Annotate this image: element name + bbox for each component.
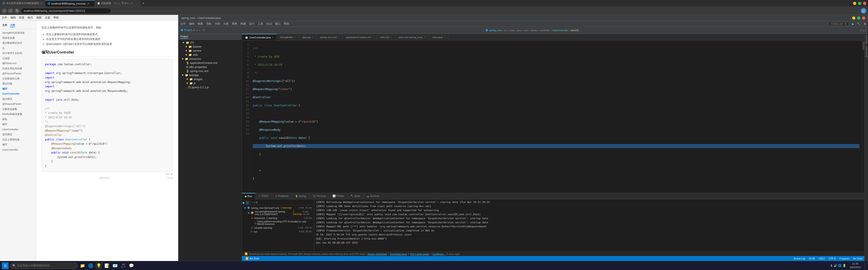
outline-item-13[interactable]: UserController [0,91,36,96]
tab-pom[interactable]: pom.xml (spring_mvc) × [395,34,429,41]
taskbar-icon-mail[interactable]: 📧 [112,262,119,269]
download-link-3[interactable]: Don't show again [410,252,429,255]
bc-taotao[interactable]: taotao [531,29,538,32]
tab-usercontroller[interactable]: ☕ UserController.java × [242,34,277,41]
tree-item-listener[interactable]: ▼ 📁 listener [179,45,242,49]
tab1-close[interactable]: × [272,36,274,39]
browser-profile[interactable]: U [861,8,866,13]
menu-help[interactable]: 帮助 [284,22,289,26]
tree-item-jquery[interactable]: JS jquery-3.1.1.js [179,85,242,90]
run-maven[interactable]: ▼ 📦 org.springframework.spring-mvc:1.0-S… [243,210,313,216]
bc-save18[interactable]: save18 [570,29,579,32]
bc-src[interactable]: src [504,29,507,32]
menu-run[interactable]: 运行 [249,22,254,26]
ide-minimize[interactable] [852,16,855,20]
outline-item-3[interactable]: 通过数据绑定的方 [0,40,36,45]
tree-item-webapp[interactable]: ▼ 📁 webapp [179,73,242,77]
statusbar-git[interactable]: 🔀 Arc Dark [244,257,261,260]
search-everywhere[interactable]: FORM.JSP ▼ [829,22,849,26]
menu-build[interactable]: 构建 [241,22,246,26]
taskbar-icon-music[interactable]: 🎵 [120,262,127,269]
stop-btn[interactable]: ⬛ [246,201,249,204]
code-content[interactable]: /** * create by 张同 * 2022/4/18 18:19 */ … [250,41,862,193]
menu-analyze[interactable]: 分析 [223,22,229,26]
status-encoding[interactable]: UTF-8 [829,257,836,260]
outline-item-17[interactable]: Restful风格传参数 [0,111,36,117]
tab-ajax[interactable]: ajax.jsp × [299,34,317,41]
bc-spring-mvc[interactable]: spring_mvc [489,29,502,32]
typora-menu-file[interactable]: 文件 [2,16,7,20]
nav-refresh[interactable]: ↻ [14,8,20,13]
outline-item-8[interactable]: 完成全局乱码问题 [0,66,36,71]
ide-maximize[interactable] [857,16,860,20]
menu-window[interactable]: 窗口 [275,22,281,26]
win-start-button[interactable]: ⊞ [2,262,8,269]
menu-code[interactable]: 代码 [215,22,220,26]
browser-maximize[interactable] [858,2,861,5]
tree-item-images[interactable]: ▼ 📁 images [179,77,242,81]
address-bar[interactable]: localhost:8080/spring_mvc/user/quick18?d… [21,8,111,14]
outline-item-6[interactable]: 过滤器 [0,56,36,61]
nav-forward[interactable]: › [8,8,13,13]
bc-java[interactable]: java [517,29,522,32]
run-resources[interactable]: ⚠ resources: 1 warning 5.03 sec [243,216,313,220]
outline-item-20[interactable]: UserController [0,127,36,132]
taskbar-icon-wechat[interactable]: 💬 [128,262,135,269]
run-run[interactable]: ▷ run 4 min, 35 sec [243,230,313,233]
run-encoding-warning[interactable]: △ Using platform encoding (UTF-8 actuall… [243,220,313,226]
outline-item-7[interactable]: 编写web.xml [0,61,36,66]
bc-main[interactable]: main [509,29,515,32]
scroll-btn[interactable]: ↕ [252,201,253,204]
outline-item-5[interactable]: 设计请求中文乱码 [0,50,36,56]
settings-run-btn[interactable]: ⚙ [255,201,258,204]
typora-menu-format[interactable]: 格式 [28,16,33,20]
win-clock[interactable]: 21:39 2022/4/19 [848,262,863,269]
tree-item-js[interactable]: ▼ 📁 js [179,81,242,85]
run-compile[interactable]: ⚠ compile warning 2 sec, 332 ms [243,226,313,230]
outline-item-1[interactable]: SpringMVC的请求处 [0,30,36,35]
typora-menu-help[interactable]: 帮助 [53,16,59,20]
download-link-2[interactable]: Download once [390,252,407,255]
tree-item-resources[interactable]: ▼ 📁 resources [179,57,242,61]
tab-outline[interactable]: 大纲 [10,24,15,27]
outline-item-11[interactable]: 通过问题 [0,81,36,86]
outline-item-15[interactable]: @RequestParam [0,101,36,107]
tab-appcontext[interactable]: applicationContext.xml × [343,34,377,41]
outline-item-14[interactable]: 成功测试 [0,96,36,102]
outline-item-21[interactable]: 成功测试 [0,132,36,137]
profiler-tab[interactable]: 📊 Profiler [329,193,348,199]
tab2-close[interactable]: × [294,36,296,38]
bc-com[interactable]: com [524,29,528,32]
browser-tab-1[interactable]: 🌐 高马程序员最全SSM框架新特...× [0,0,45,6]
event-log[interactable]: Event Log [794,257,805,260]
terminal-tab[interactable]: ⬛ Terminal [309,193,329,199]
download-link-1[interactable]: Always download [368,252,387,255]
browser-tab-2[interactable]: 🌐 localhost:8080/spring_mvc/use...× [45,0,95,6]
menu-nav[interactable]: 导航 [206,22,212,26]
outline-item-9[interactable]: @RequestParam [0,71,36,76]
outline-item-2[interactable]: 理请求步骤 [0,35,36,41]
outline-item-24[interactable]: UserController [0,147,36,153]
outline-item-23[interactable]: 编写 [0,142,36,147]
typora-menu-theme[interactable]: 主题 [45,16,50,20]
typora-menu-view[interactable]: 视图 [36,16,41,20]
win-search-box[interactable]: 🔍 在这里输入你要搜索的内容 [10,263,78,269]
outline-item-4[interactable]: 法 [0,45,36,51]
tree-item-springmvc[interactable]: 🍃 spring-mvc.xml [179,69,242,73]
todo-tab[interactable]: ✓ TODO [255,193,272,199]
spring-tab[interactable]: 🍃 Spring [292,193,309,199]
status-spaces[interactable]: 4 spaces [839,257,849,260]
taskbar-icon-idea[interactable]: 💡 [95,262,102,269]
show-desktop[interactable] [864,262,866,269]
editor-scrollbar[interactable] [862,41,864,193]
structure-btn-1[interactable]: Structure [865,35,868,44]
browser-minimize[interactable] [853,2,856,5]
outline-item-22[interactable]: 自定义类型转换 [0,137,36,142]
taskbar-icon-typora[interactable]: 📝 [103,262,110,269]
browser-tab-3[interactable]: 📋 拼贴画像 - つっこ 千ポー...× [95,0,140,6]
bc-usercontroller[interactable]: UserController [552,29,568,32]
browser-tab-new[interactable]: + [140,0,148,6]
panel-tab-project[interactable]: Project [180,35,188,39]
outline-item-12[interactable]: 编写 [0,86,36,92]
bc-project[interactable]: 🔷 Project [180,29,192,32]
